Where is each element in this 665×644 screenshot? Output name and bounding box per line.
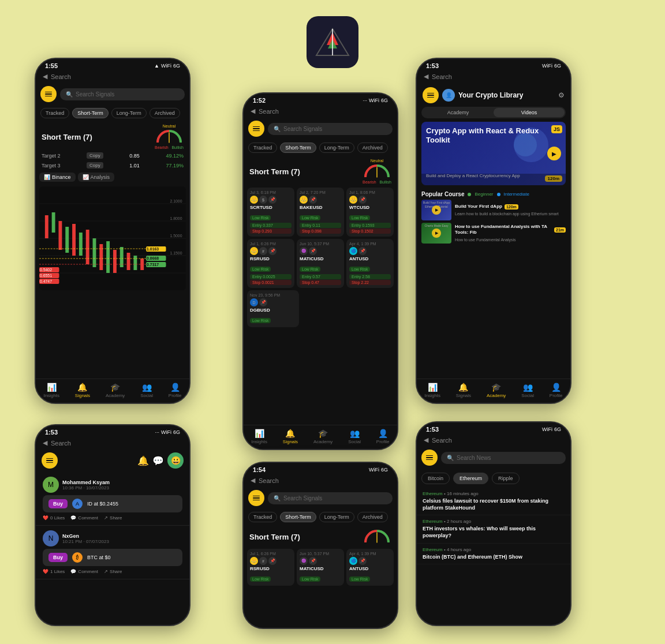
section-title-row-2: Short Term (7) Neutral Bearish Bullish	[244, 155, 397, 185]
search-header-3: ◀ Search	[417, 70, 570, 84]
tab-short-term-2[interactable]: Short-Term	[280, 143, 316, 153]
tab-long-term-5[interactable]: Long-Term	[319, 512, 354, 522]
chart-tab-analysis[interactable]: 📈 Analysis	[78, 173, 115, 182]
section-title-1: Short Term (7)	[42, 133, 92, 141]
nav-social-2[interactable]: 👥Social	[348, 429, 361, 444]
copy-btn-3[interactable]: Copy	[87, 162, 103, 169]
tab-tracked-2[interactable]: Tracked	[248, 143, 277, 153]
beginner-label: Beginner	[475, 192, 493, 197]
trade-desc-2: BTC at $0	[87, 555, 177, 560]
tab-archived-5[interactable]: Archived	[357, 512, 388, 522]
nav-profile-3[interactable]: 👤Profile	[550, 383, 563, 398]
back-label-1: Search	[51, 73, 71, 80]
course-thumb-1: Build Your First dAppEthereum Tutorial ▶	[421, 200, 451, 220]
likes-btn-2[interactable]: ❤️ 1 Likes	[43, 569, 65, 574]
share-btn-1[interactable]: ↗ Share	[104, 515, 122, 521]
search-row-5: 🔍 Search Signals	[244, 488, 397, 510]
news-tab-ripple[interactable]: Ripple	[492, 473, 520, 484]
copy-btn-2[interactable]: Copy	[87, 152, 103, 159]
hamburger-2[interactable]	[248, 121, 264, 137]
svg-text:0.4747: 0.4747	[40, 279, 52, 283]
nav-profile-2[interactable]: 👤Profile	[376, 429, 390, 444]
lib-tab-academy[interactable]: Academy	[423, 108, 494, 117]
banner-desc: Build and Deploy a React Cryptocurrency …	[426, 173, 561, 178]
phone-signals-chart: 1:55 ▲WiFi6G ◀ Search 🔍 Search Signals T…	[35, 58, 190, 404]
search-header-5: ◀ Search	[244, 474, 397, 488]
news-tab-bitcoin[interactable]: Bitcoin	[421, 473, 450, 484]
nav-social-1[interactable]: 👥 Social	[140, 383, 153, 398]
binance-tab-label: Binance	[52, 174, 71, 180]
nav-academy-1[interactable]: 🎓 Academy	[106, 383, 125, 398]
hamburger-6[interactable]	[421, 450, 438, 466]
nav-signals-3[interactable]: 🔔Signals	[456, 383, 471, 398]
trade-coin-icon-1: A	[72, 499, 83, 509]
news-item-0: Ethereum • 16 minutes ago Celsius files …	[417, 488, 570, 515]
nav-academy-2[interactable]: 🎓Academy	[313, 429, 332, 444]
news-time-2: 4 hours ago	[447, 547, 471, 552]
user-avatar-4[interactable]: 😀	[167, 452, 184, 469]
hamburger-4[interactable]	[42, 452, 58, 469]
back-label-2: Search	[259, 108, 279, 115]
bell-icon-4[interactable]: 🔔	[137, 455, 149, 466]
search-row-1: 🔍 Search Signals	[36, 84, 189, 106]
likes-btn-1[interactable]: ❤️ 0 Likes	[43, 515, 65, 521]
nav-social-3[interactable]: 👥Social	[521, 383, 534, 398]
tab-archived-1[interactable]: Archived	[150, 108, 180, 118]
search-input-5[interactable]: 🔍 Search Signals	[268, 492, 393, 504]
signals-grid-2: Jul 3, 6:18 PM 👑$📌 SCRTUSD Low Risk Entr…	[244, 185, 397, 290]
tab-tracked-1[interactable]: Tracked	[40, 108, 69, 118]
course-play-2[interactable]: ▶	[432, 229, 441, 238]
hamburger-1[interactable]	[40, 86, 57, 102]
svg-rect-15	[52, 212, 55, 233]
trade-action-2: Buy	[48, 553, 68, 562]
nav-insights-1[interactable]: 📊 Insights	[43, 383, 59, 398]
svg-text:1.5000: 1.5000	[170, 234, 182, 238]
signal-card-1: Jul 2, 7:20 PM 👑📌 BAKEUSD Low Risk Entry…	[297, 188, 344, 237]
svg-text:0.6551: 0.6551	[40, 274, 52, 278]
nav-academy-3[interactable]: 🎓Academy	[487, 383, 506, 398]
search-input-6[interactable]: 🔍 Search News	[441, 452, 566, 464]
chat-icon-4[interactable]: 💬	[152, 455, 164, 466]
tab-archived-2[interactable]: Archived	[357, 143, 388, 153]
tab-tracked-5[interactable]: Tracked	[248, 512, 277, 522]
intermediate-dot	[497, 193, 500, 196]
gauge-1: Neutral Bearish Bullish	[155, 124, 184, 149]
search-header-4: ◀ Search	[36, 437, 189, 450]
nav-signals-1[interactable]: 🔔 Signals	[75, 383, 90, 398]
nav-insights-2[interactable]: 📊Insights	[251, 429, 267, 444]
search-header-1: ◀ Search	[36, 70, 189, 84]
chart-tab-binance[interactable]: 📊 Binance	[39, 173, 76, 182]
beginner-dot	[468, 193, 471, 196]
tab-short-term-5[interactable]: Short-Term	[280, 512, 316, 522]
tab-long-term-1[interactable]: Long-Term	[111, 108, 147, 118]
nav-insights-3[interactable]: 📊Insights	[424, 383, 440, 398]
course-play-1[interactable]: ▶	[432, 205, 441, 215]
course1-duration: 120m	[505, 204, 518, 209]
signal-card-3: Jul 1, 6:26 PM 👑#📌 RSRUSD Low Risk Entry…	[247, 239, 294, 288]
target-row-2: Target 2 Copy 0.85 49.12%	[36, 151, 189, 160]
share-btn-2[interactable]: ↗ Share	[104, 569, 122, 574]
chart-tabs-1: 📊 Binance 📈 Analysis	[36, 170, 189, 184]
comment-btn-2[interactable]: 💬 Comment	[70, 569, 98, 574]
signal-card-6: Nov 23, 9:56 PM D📌 DGBUSD Low Risk	[247, 290, 299, 327]
hamburger-3[interactable]	[423, 87, 439, 103]
search-header-6: ◀ Search	[417, 434, 570, 447]
search-input-2[interactable]: 🔍 Search Signals	[268, 123, 393, 135]
nav-profile-1[interactable]: 👤 Profile	[169, 383, 182, 398]
svg-rect-18	[72, 224, 76, 256]
target3-val: 1.01	[129, 163, 140, 169]
svg-rect-22	[99, 244, 103, 270]
svg-rect-24	[113, 250, 117, 273]
hamburger-5[interactable]	[248, 490, 264, 506]
nav-signals-2[interactable]: 🔔Signals	[283, 429, 298, 444]
comment-btn-1[interactable]: 💬 Comment	[70, 515, 98, 521]
news-tab-ethereum[interactable]: Ethereum	[453, 473, 488, 484]
tab-short-term-1[interactable]: Short-Term	[72, 108, 109, 118]
search-input-1[interactable]: 🔍 Search Signals	[60, 88, 185, 100]
tab-long-term-2[interactable]: Long-Term	[319, 143, 354, 153]
post-item-1: M Mohammed Ksyam 10:36 PM · 10/07/2023 B…	[36, 472, 189, 526]
settings-icon-3: ⚙	[558, 91, 565, 99]
post-user-2: NxGen	[62, 533, 109, 539]
lib-tab-videos[interactable]: Videos	[494, 108, 565, 117]
svg-rect-27	[133, 256, 137, 270]
